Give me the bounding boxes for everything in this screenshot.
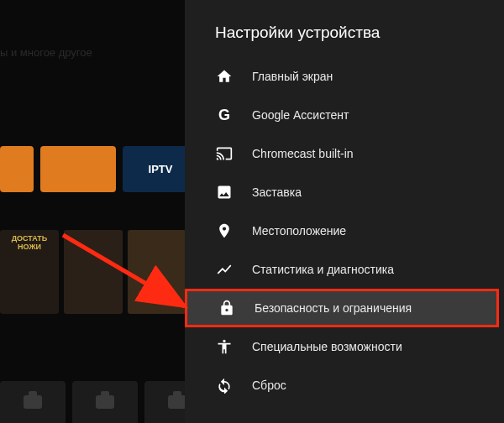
poster[interactable] (64, 230, 123, 314)
poster[interactable]: ДОСТАТЬНОЖИ (0, 230, 59, 314)
home-icon (215, 67, 234, 86)
poster-row: ДОСТАТЬНОЖИ ПРЕ (0, 230, 186, 314)
menu-item-security[interactable]: Безопасность и ограничения (185, 289, 499, 327)
camera-icon (168, 395, 186, 409)
location-icon (215, 222, 234, 240)
menu-label: Статистика и диагностика (252, 263, 394, 276)
google-icon: G (215, 106, 234, 124)
bottom-tile[interactable] (0, 381, 66, 423)
menu-label: Безопасность и ограничения (255, 301, 412, 315)
reset-icon (215, 376, 234, 394)
menu-item-reset[interactable]: Сброс (185, 366, 504, 405)
menu-label: Местоположение (252, 224, 346, 238)
accessibility-icon (215, 337, 234, 356)
menu-label: Сброс (252, 379, 286, 392)
menu-label: Chromecast built-in (252, 147, 354, 160)
menu-item-home[interactable]: Главный экран (185, 57, 504, 96)
settings-panel: Настройки устройства Главный экран G Goo… (185, 0, 504, 423)
menu-label: Заставка (252, 185, 302, 199)
poster-label: ПРЕ (150, 285, 165, 294)
bottom-row (0, 381, 210, 423)
settings-menu: Главный экран G Google Ассистент Chromec… (185, 57, 504, 405)
cast-icon (215, 144, 234, 163)
menu-item-chromecast[interactable]: Chromecast built-in (185, 134, 504, 173)
screensaver-icon (215, 183, 234, 201)
stats-icon (215, 260, 234, 279)
menu-item-location[interactable]: Местоположение (185, 212, 504, 250)
menu-item-google-assistant[interactable]: G Google Ассистент (185, 96, 504, 134)
menu-label: Google Ассистент (252, 108, 349, 122)
app-tile[interactable] (0, 146, 34, 192)
app-tile[interactable] (40, 146, 116, 192)
poster-label: ДОСТАТЬНОЖИ (12, 235, 48, 252)
bottom-tile[interactable] (72, 381, 138, 423)
menu-label: Специальные возможности (252, 340, 402, 353)
camera-icon (24, 395, 42, 409)
lock-icon (218, 299, 236, 317)
menu-label: Главный экран (252, 70, 333, 83)
app-row: IPTV (0, 146, 198, 192)
poster[interactable]: ПРЕ (128, 230, 186, 314)
camera-icon (96, 395, 114, 409)
bg-text-fragment: ы и многое другое (0, 46, 92, 59)
menu-item-accessibility[interactable]: Специальные возможности (185, 327, 504, 366)
menu-item-screensaver[interactable]: Заставка (185, 173, 504, 212)
menu-item-stats[interactable]: Статистика и диагностика (185, 250, 504, 289)
panel-title: Настройки устройства (185, 24, 504, 57)
